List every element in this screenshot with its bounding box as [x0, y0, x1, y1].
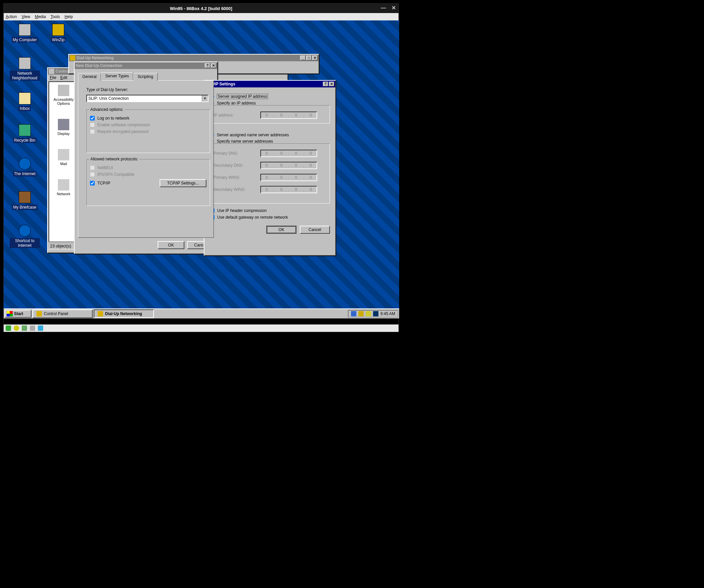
- emu-menu-media[interactable]: Media: [35, 14, 46, 19]
- close-button[interactable]: ✕: [211, 63, 216, 68]
- cancel-button[interactable]: Cancel: [300, 226, 330, 234]
- desktop-icon-my-briefcase[interactable]: My Briefcase: [10, 191, 40, 210]
- emulator-title: Win95 - 86Box 4.2 [build 6000]: [170, 6, 232, 11]
- radio-server-assigned-ns[interactable]: Server assigned name server addresses: [210, 132, 330, 137]
- cp-item-accessibility[interactable]: Accessibility Options: [52, 85, 75, 105]
- chk-default-gateway[interactable]: Use default gateway on remote network: [210, 215, 330, 220]
- globe-shortcut-icon: [19, 225, 31, 237]
- tray-modem-icon[interactable]: [358, 311, 364, 316]
- emulator-close-icon[interactable]: ✕: [392, 5, 396, 11]
- mail-icon: [58, 149, 69, 160]
- emu-menu-view[interactable]: View: [21, 14, 30, 19]
- secondary-wins-label: Secondary WINS:: [214, 187, 257, 192]
- cp-item-display[interactable]: Display: [52, 119, 75, 136]
- taskbar-control-panel[interactable]: Control Panel: [33, 309, 93, 318]
- chk-log-on-network[interactable]: Log on to network: [90, 116, 207, 120]
- help-button[interactable]: ?: [205, 63, 210, 68]
- desktop-icon-inbox[interactable]: Inbox: [10, 93, 40, 111]
- radio-server-assigned-ip[interactable]: Server assigned IP address: [210, 94, 330, 99]
- primary-dns-label: Primary DNS:: [214, 151, 257, 156]
- emulator-menubar: Action View Media Tools Help: [4, 13, 399, 20]
- server-type-combo[interactable]: SLIP: Unix Connection: [86, 95, 209, 102]
- display-icon: [58, 119, 69, 130]
- cp-item-network[interactable]: Network: [52, 179, 75, 196]
- desktop-icon-network-neighborhood[interactable]: Network Neighborhood: [10, 57, 40, 81]
- computer-icon: [19, 24, 31, 36]
- advanced-options-legend: Advanced options:: [89, 107, 124, 112]
- start-button[interactable]: Start: [5, 310, 32, 318]
- briefcase-icon: [19, 191, 31, 203]
- tray-volume-icon[interactable]: [366, 311, 371, 316]
- help-button[interactable]: ?: [323, 82, 328, 87]
- emulator-statusbar: [4, 324, 399, 332]
- secondary-dns-label: Secondary DNS:: [214, 163, 257, 168]
- folder-icon: [37, 311, 42, 316]
- taskbar-dialup-networking[interactable]: Dial-Up Networking: [94, 309, 154, 318]
- chk-ip-header-compression[interactable]: Use IP header compression: [210, 208, 330, 213]
- system-tray[interactable]: 9:45 AM: [348, 310, 398, 317]
- emu-menu-tools[interactable]: Tools: [51, 14, 60, 19]
- desktop-icon-winzip[interactable]: WinZip: [43, 24, 73, 43]
- secondary-wins-field: 0.0.0.0: [260, 186, 317, 193]
- tcpip-settings-button[interactable]: TCP/IP Settings...: [160, 179, 207, 187]
- close-button[interactable]: ✕: [312, 56, 317, 60]
- cp-item-mail[interactable]: Mail: [52, 149, 75, 166]
- status-network-icon[interactable]: [30, 325, 35, 331]
- status-floppy-icon[interactable]: [6, 325, 11, 331]
- chk-software-compression: Enable software compression: [90, 122, 207, 127]
- status-hdd-icon[interactable]: [22, 325, 27, 331]
- chk-tcpip[interactable]: TCP/IP: [90, 181, 110, 185]
- radio-specify-ns[interactable]: Specify name server addresses: [210, 139, 330, 144]
- tab-server-types[interactable]: Server Types: [101, 72, 133, 81]
- secondary-dns-field: 0.0.0.0: [260, 162, 317, 169]
- primary-wins-field: 0.0.0.0: [260, 174, 317, 181]
- dialup-title: Dial-Up Networking: [77, 56, 300, 60]
- menu-file[interactable]: File: [50, 75, 56, 80]
- status-cdrom-icon[interactable]: [14, 325, 19, 331]
- ok-button[interactable]: OK: [266, 226, 296, 234]
- radio-specify-ip[interactable]: Specify an IP address: [210, 101, 330, 105]
- allowed-protocols-legend: Allowed network protocols:: [89, 157, 139, 161]
- inbox-icon: [19, 93, 31, 104]
- desktop[interactable]: My Computer WinZip Network Neighborhood …: [4, 20, 399, 318]
- status-sound-icon[interactable]: [38, 325, 43, 331]
- globe-icon: [19, 158, 31, 170]
- ip-address-label: IP address:: [214, 113, 257, 117]
- minimize-button[interactable]: _: [300, 56, 305, 60]
- emulator-minimize-icon[interactable]: —: [381, 5, 386, 11]
- desktop-icon-my-computer[interactable]: My Computer: [10, 24, 40, 43]
- chk-ipx-spx: IPX/SPX Compatible: [90, 172, 207, 177]
- primary-dns-field: 0.0.0.0: [260, 150, 317, 157]
- tab-general[interactable]: General: [78, 73, 101, 81]
- primary-wins-label: Primary WINS:: [214, 175, 257, 180]
- desktop-icon-shortcut-internet[interactable]: Shortcut to Internet: [10, 225, 40, 248]
- tray-scheduler-icon[interactable]: [373, 311, 378, 316]
- new-dialup-connection-dialog[interactable]: New Dial-Up Connection ? ✕ General Serve…: [74, 62, 218, 254]
- chevron-down-icon[interactable]: [202, 96, 208, 101]
- taskbar: Start Control Panel Dial-Up Networking 9…: [4, 308, 399, 318]
- tcpip-settings-dialog[interactable]: TCP/IP Settings ? ✕ Server assigned IP a…: [204, 80, 336, 256]
- ok-button[interactable]: OK: [158, 241, 184, 249]
- server-type-value: SLIP: Unix Connection: [87, 96, 202, 101]
- ip-address-field: 0.0.0.0: [260, 111, 317, 119]
- maximize-button[interactable]: □: [306, 56, 311, 60]
- emulator-window: Win95 - 86Box 4.2 [build 6000] — ✕ Actio…: [3, 3, 399, 332]
- emu-menu-help[interactable]: Help: [65, 14, 73, 19]
- new-conn-title: New Dial-Up Connection: [76, 63, 205, 68]
- emulator-titlebar: Win95 - 86Box 4.2 [build 6000] — ✕: [4, 4, 399, 13]
- dialup-icon: [70, 55, 75, 61]
- tray-display-icon[interactable]: [351, 311, 356, 316]
- windows-flag-icon: [7, 311, 13, 316]
- close-button[interactable]: ✕: [329, 82, 334, 87]
- chk-netbeui: NetBEUI: [90, 165, 207, 170]
- tab-scripting[interactable]: Scripting: [133, 73, 158, 81]
- emu-menu-action[interactable]: Action: [6, 14, 17, 19]
- desktop-icon-recycle-bin[interactable]: Recycle Bin: [10, 124, 40, 143]
- server-type-label: Type of Dial-Up Server:: [86, 88, 209, 92]
- network-cp-icon: [58, 179, 69, 191]
- desktop-icon-the-internet[interactable]: The Internet: [10, 158, 40, 176]
- winzip-icon: [52, 24, 64, 36]
- tray-clock[interactable]: 9:45 AM: [380, 311, 395, 316]
- menu-edit[interactable]: Edit: [60, 75, 67, 80]
- tcpip-title: TCP/IP Settings: [206, 82, 323, 87]
